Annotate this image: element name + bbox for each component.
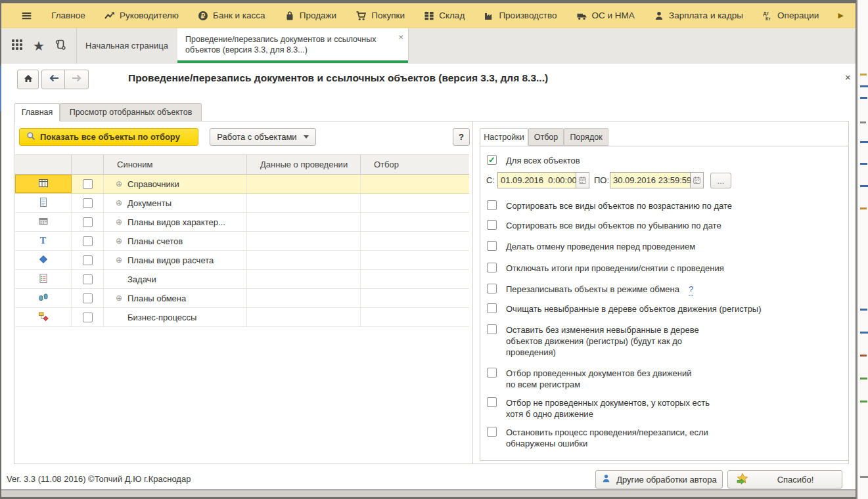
row-checkbox[interactable] xyxy=(83,274,93,284)
date-to-calendar-button[interactable] xyxy=(691,172,704,188)
option-clear-unselected[interactable]: Очищать невыбранные в дереве объектов дв… xyxy=(487,303,762,315)
settings-tab-poryadok[interactable]: Порядок xyxy=(564,128,608,146)
table-row-dokumenty[interactable]: ⊕Документы xyxy=(15,194,469,213)
option-sort-desc[interactable]: Сортировать все виды объектов по убывани… xyxy=(487,220,721,231)
work-with-objects-dropdown[interactable]: Работа с объектами xyxy=(210,128,316,146)
page-title: Проведение/перезапись документов и ссыло… xyxy=(128,72,548,84)
magnifier-icon xyxy=(26,131,36,143)
home-button[interactable] xyxy=(17,70,39,89)
table-row-plany-vidov-har[interactable]: ⊕Планы видов характер... xyxy=(15,213,469,232)
calc-kinds-icon xyxy=(38,254,49,267)
main-menu-button[interactable] xyxy=(21,11,32,21)
tasks-icon xyxy=(38,273,49,286)
option-keep-unselected[interactable]: Оставить без изменения невыбранные в дер… xyxy=(487,324,699,358)
service-buttons: ★ xyxy=(1,28,77,64)
menu-item-proizvodstvo[interactable]: Производство xyxy=(484,11,557,21)
column-otbor[interactable]: Отбор xyxy=(361,155,468,174)
svg-text:Дт: Дт xyxy=(764,11,769,16)
row-checkbox[interactable] xyxy=(83,313,93,322)
table-row-spravochniki[interactable]: ⊕Справочники xyxy=(15,175,469,194)
option-sort-asc[interactable]: Сортировать все виды объектов по возраст… xyxy=(487,200,732,211)
page-tab-prosmotr[interactable]: Просмотр отобранных объектов xyxy=(60,103,202,121)
business-process-icon xyxy=(38,311,49,324)
menu-item-zarplata-i-kadry[interactable]: Зарплата и кадры xyxy=(654,11,743,21)
back-arrow-icon xyxy=(49,74,60,85)
row-checkbox[interactable] xyxy=(83,255,93,265)
expand-icon[interactable]: ⊕ xyxy=(116,236,124,246)
date-from-calendar-button[interactable] xyxy=(576,172,589,188)
table-row-plany-schetov[interactable]: T ⊕Планы счетов xyxy=(15,232,469,251)
period-more-button[interactable]: ... xyxy=(710,173,731,188)
date-from-field[interactable]: 01.09.2016 0:00:00 xyxy=(497,172,576,188)
tab-close-icon[interactable]: × xyxy=(398,32,403,43)
table-row-biznes-processy[interactable]: Бизнес-процессы xyxy=(15,308,469,327)
menu-item-pokupki[interactable]: Покупки xyxy=(355,11,405,21)
table-header: Синоним Данные о проведении Отбор xyxy=(15,154,469,175)
date-to-field[interactable]: 30.09.2016 23:59:59 xyxy=(610,172,691,188)
expand-icon[interactable]: ⊕ xyxy=(116,293,124,303)
ruble-icon: ₽ xyxy=(198,11,208,21)
settings-tab-otbor[interactable]: Отбор xyxy=(528,128,564,146)
option-filter-unposted-with-movements[interactable]: Отбор не проведенных документов, у котор… xyxy=(487,397,710,420)
pane-splitter[interactable] xyxy=(472,121,473,464)
option-disable-totals[interactable]: Отключать итоги при проведении/снятии с … xyxy=(487,263,724,274)
menu-item-operacii[interactable]: ДтКт Операции xyxy=(762,11,819,21)
table-row-zadachi[interactable]: Задачи xyxy=(15,270,469,289)
hamburger-icon xyxy=(21,11,32,21)
exchange-icon xyxy=(38,292,49,305)
show-all-objects-button[interactable]: Показать все объекты по отбору xyxy=(19,128,198,146)
row-checkbox[interactable] xyxy=(83,236,93,246)
person-icon xyxy=(654,11,664,21)
tab-home-page[interactable]: Начальная страница xyxy=(76,28,178,63)
date-from-label: С: xyxy=(486,175,495,185)
for-all-objects-option[interactable]: ✓ Для всех объектов xyxy=(487,155,580,166)
svg-text:Кт: Кт xyxy=(765,16,771,21)
dropdown-arrow-icon xyxy=(304,135,309,139)
form-close-icon[interactable]: × xyxy=(845,72,851,83)
main-menu-bar: Главное Руководителю ₽ Банк и касса Прод… xyxy=(1,3,856,28)
option-stop-on-errors[interactable]: Остановить процесс проведения/перезаписи… xyxy=(487,427,708,449)
option-help-link[interactable]: ? xyxy=(689,284,693,295)
menu-item-prodazhi[interactable]: Продажи xyxy=(285,11,336,21)
option-rewrite-exchange[interactable]: Перезаписывать объекты в режиме обмена? xyxy=(487,284,693,295)
back-button[interactable] xyxy=(41,70,66,89)
expand-icon[interactable]: ⊕ xyxy=(116,217,124,227)
expand-icon[interactable]: ⊕ xyxy=(116,179,124,188)
open-windows-bar: ★ Начальная страница Проведение/перезапи… xyxy=(1,28,856,64)
menu-item-glavnoe[interactable]: Главное xyxy=(51,11,85,20)
menu-item-rukovoditelyu[interactable]: Руководителю xyxy=(104,11,179,21)
column-sinonim[interactable]: Синоним xyxy=(104,155,247,174)
row-checkbox[interactable] xyxy=(83,217,93,227)
bricks-icon xyxy=(424,11,434,21)
truck-icon xyxy=(576,11,587,21)
menu-item-os-i-nma[interactable]: ОС и НМА xyxy=(576,11,635,21)
for-all-objects-checkbox[interactable]: ✓ xyxy=(487,155,497,165)
tab-document-processing[interactable]: Проведение/перезапись документов и ссыло… xyxy=(177,28,409,60)
version-text: Ver. 3.3 (11.08 2016) ©Топчий Д.Ю г.Крас… xyxy=(7,474,191,484)
other-works-button[interactable]: Другие обработки автора xyxy=(595,470,723,488)
forward-button[interactable] xyxy=(64,70,89,89)
favorites-star-icon[interactable]: ★ xyxy=(33,39,45,53)
history-icon[interactable] xyxy=(55,39,66,53)
column-dannye[interactable]: Данные о проведении xyxy=(247,155,361,174)
option-undo-before[interactable]: Делать отмену проведения перед проведени… xyxy=(487,241,695,252)
table-row-plany-vidov-rascheta[interactable]: ⊕Планы видов расчета xyxy=(15,251,469,270)
settings-tab-nastroyki[interactable]: Настройки xyxy=(480,128,528,146)
window-bottom-frame xyxy=(1,490,856,497)
row-checkbox[interactable] xyxy=(83,179,93,189)
expand-icon[interactable]: ⊕ xyxy=(116,198,124,207)
help-button[interactable]: ? xyxy=(453,128,470,146)
accounts-t-icon: T xyxy=(40,236,46,246)
home-icon xyxy=(23,74,34,86)
thanks-button[interactable]: Спасибо! xyxy=(727,470,842,488)
menu-overflow-icon[interactable]: ▶ xyxy=(838,11,843,20)
table-row-plany-obmena[interactable]: ⊕Планы обмена xyxy=(15,289,469,308)
option-filter-no-movements[interactable]: Отбор проведенных документов без движени… xyxy=(487,368,692,390)
page-tab-glavnaya[interactable]: Главная xyxy=(14,103,60,121)
menu-item-sklad[interactable]: Склад xyxy=(424,11,465,21)
all-functions-grid-icon[interactable] xyxy=(11,39,23,53)
row-checkbox[interactable] xyxy=(83,198,93,208)
menu-item-bank-i-kassa[interactable]: ₽ Банк и касса xyxy=(198,11,265,21)
row-checkbox[interactable] xyxy=(83,293,93,303)
expand-icon[interactable]: ⊕ xyxy=(116,255,124,265)
